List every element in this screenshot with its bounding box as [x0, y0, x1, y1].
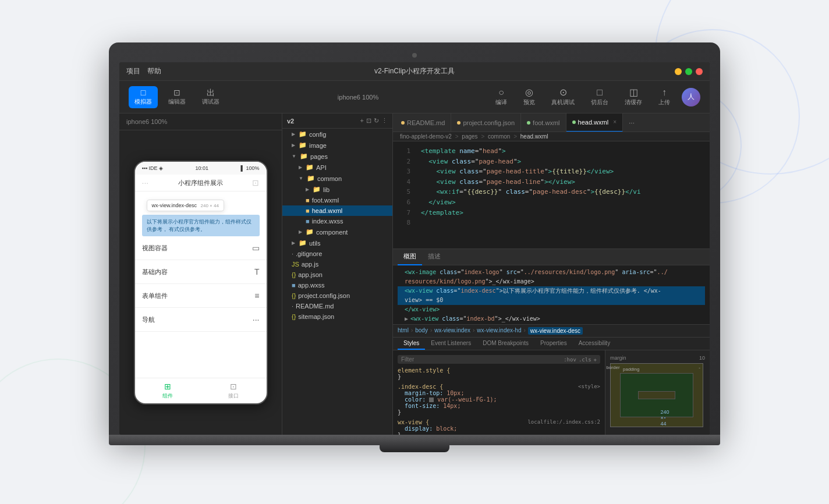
html-source-tab[interactable]: 概图: [398, 249, 422, 265]
tree-item-lib[interactable]: ▶ 📁 lib: [282, 184, 392, 195]
tree-item-app-wxss[interactable]: ■ app.wxss: [282, 280, 392, 290]
dom-tag-wxview-desc[interactable]: wx-view.index-desc: [528, 327, 583, 335]
tree-item-foot-wxml[interactable]: ■ foot.wxml: [282, 195, 392, 205]
code-editor: README.md project.config.json foot.wxml: [393, 113, 710, 435]
menu-bar: 项目 帮助: [126, 66, 161, 76]
nav-api-icon: ⊡: [230, 382, 237, 391]
tree-item-gitignore[interactable]: · .gitignore: [282, 249, 392, 259]
folder-icon: 📁: [299, 239, 307, 247]
tab-project-config[interactable]: project.config.json: [451, 113, 521, 132]
tree-item-api[interactable]: ▶ 📁 API: [282, 162, 392, 173]
new-folder-icon[interactable]: ⊡: [366, 117, 371, 125]
cls-badge[interactable]: .cls: [579, 357, 591, 363]
dom-tag-body[interactable]: body: [415, 327, 428, 335]
phone-section-2[interactable]: 表单组件 ≡: [135, 284, 267, 308]
properties-tab[interactable]: Properties: [534, 338, 573, 350]
phone-panel: iphone6 100% ▪▪▪ IDE ◈ 10:01 ▌ 100%: [119, 113, 282, 435]
compile-action[interactable]: ○ 编译: [491, 86, 512, 109]
add-badge[interactable]: +: [594, 357, 597, 363]
menu-help[interactable]: 帮助: [147, 66, 161, 76]
tree-item-sitemap[interactable]: {} sitemap.json: [282, 311, 392, 322]
real-debug-action[interactable]: ⊙ 真机调试: [547, 86, 579, 109]
dom-tag-html[interactable]: html: [398, 327, 409, 335]
maximize-button[interactable]: [685, 68, 692, 75]
dom-breakpoints-tab[interactable]: DOM Breakpoints: [477, 338, 534, 350]
tree-item-config[interactable]: ▶ 📁 config: [282, 129, 392, 140]
upload-action[interactable]: ↑ 上传: [654, 86, 675, 109]
tree-item-pages[interactable]: ▼ 📁 pages: [282, 151, 392, 162]
styles-filter-input[interactable]: [401, 356, 561, 363]
phone-section-3[interactable]: 导航 ···: [135, 308, 267, 332]
file-icon: {}: [292, 271, 296, 278]
phone-section-1[interactable]: 基础内容 T: [135, 260, 267, 284]
box-model-panel: margin 10 border -: [605, 350, 710, 435]
tab-foot-wxml[interactable]: foot.wxml: [521, 113, 566, 132]
tab-label: head.wxml: [578, 119, 609, 126]
phone-battery: ▌ 100%: [241, 165, 260, 171]
simulator-button[interactable]: □ 模拟器: [129, 86, 158, 108]
styles-filter-bar: :hov .cls +: [398, 355, 600, 364]
chevron-icon: ▶: [292, 132, 295, 137]
html-source-line: </wx-view>: [398, 305, 705, 314]
tree-item-image[interactable]: ▶ 📁 image: [282, 140, 392, 151]
minimize-button[interactable]: [675, 68, 682, 75]
preview-action[interactable]: ◎ 预览: [519, 86, 540, 109]
editor-tabs: README.md project.config.json foot.wxml: [393, 113, 710, 132]
editor-icon: ⊡: [173, 88, 180, 97]
box-model-visual: border - padding 240 × 44: [610, 363, 703, 427]
folder-icon: 📁: [307, 175, 315, 182]
tree-item-utils[interactable]: ▶ 📁 utils: [282, 237, 392, 249]
background-action[interactable]: □ 切后台: [586, 86, 613, 109]
phone-nav-api[interactable]: ⊡ 接口: [201, 382, 267, 400]
file-icon: {}: [292, 313, 296, 320]
accessibility-tab[interactable]: Accessibility: [573, 338, 616, 350]
refresh-icon[interactable]: ↻: [374, 117, 379, 125]
tab-close-icon[interactable]: ×: [613, 119, 617, 125]
html-source-line-selected: <wx-view class="index-desc">以下将展示小程序官方组件…: [398, 286, 705, 296]
tab-more-icon[interactable]: ···: [625, 119, 638, 127]
styles-tab[interactable]: Styles: [398, 338, 425, 350]
background-icon: □: [597, 88, 603, 97]
style-source[interactable]: <style>: [578, 384, 600, 389]
new-file-icon[interactable]: +: [360, 117, 364, 125]
phone-status-bar: ▪▪▪ IDE ◈ 10:01 ▌ 100%: [135, 162, 267, 175]
close-button[interactable]: [696, 68, 703, 75]
hov-badge[interactable]: :hov: [564, 357, 576, 363]
menu-project[interactable]: 项目: [126, 66, 140, 76]
code-content[interactable]: <template name="head"> <view class="page…: [414, 141, 710, 249]
tree-item-common[interactable]: ▼ 📁 common: [282, 173, 392, 184]
tree-item-readme[interactable]: · README.md: [282, 301, 392, 311]
file-icon: ·: [292, 303, 293, 310]
editor-button[interactable]: ⊡ 编辑器: [162, 86, 192, 108]
tab-readme[interactable]: README.md: [395, 113, 451, 132]
tab-head-wxml[interactable]: head.wxml ×: [566, 113, 623, 132]
editor-label: 编辑器: [168, 98, 186, 106]
tree-item-index-wxss[interactable]: ■ index.wxss: [282, 216, 392, 226]
style-source[interactable]: localfile:/.index.css:2: [527, 419, 600, 425]
tree-item-label: component: [316, 229, 348, 236]
dom-tag-wxview-index[interactable]: wx-view.index: [434, 327, 470, 335]
code-line-3: <view class="page-head-title">{{title}}<…: [421, 166, 703, 177]
phone-section-0[interactable]: 视图容器 ▭: [135, 236, 267, 260]
element-tooltip: wx-view.index-desc 240 × 44: [147, 200, 224, 211]
debugger-button[interactable]: 出 调试器: [196, 86, 225, 108]
styles-panel: :hov .cls + element.style { }: [393, 350, 605, 435]
tree-item-component[interactable]: ▶ 📁 component: [282, 226, 392, 237]
tree-item-app-json[interactable]: {} app.json: [282, 269, 392, 280]
user-avatar[interactable]: 人: [682, 88, 700, 107]
console-tab[interactable]: 描述: [422, 249, 447, 265]
phone-signal: ▪▪▪ IDE ◈: [142, 165, 164, 171]
collapse-icon[interactable]: ⋮: [381, 117, 388, 125]
tree-item-app-js[interactable]: JS app.js: [282, 259, 392, 269]
html-source-panel: <wx-image class="index-logo" src="../res…: [393, 265, 710, 324]
tree-item-project-json[interactable]: {} project.config.json: [282, 290, 392, 301]
clear-cache-action[interactable]: ◫ 清缓存: [620, 86, 647, 109]
phone-nav-component[interactable]: ⊞ 组件: [135, 382, 201, 400]
tab-dot-icon: [401, 121, 405, 125]
dom-tag-wxview-hd[interactable]: wx-view.index-hd: [477, 327, 521, 335]
phone-frame-wrapper: ▪▪▪ IDE ◈ 10:01 ▌ 100% ··· 小程序组件展示 ⊡: [119, 130, 282, 435]
event-listeners-tab[interactable]: Event Listeners: [425, 338, 477, 350]
tree-item-head-wxml[interactable]: ■ head.wxml: [282, 205, 392, 216]
tab-label: README.md: [407, 119, 445, 126]
file-tree-title: v2: [287, 118, 294, 125]
